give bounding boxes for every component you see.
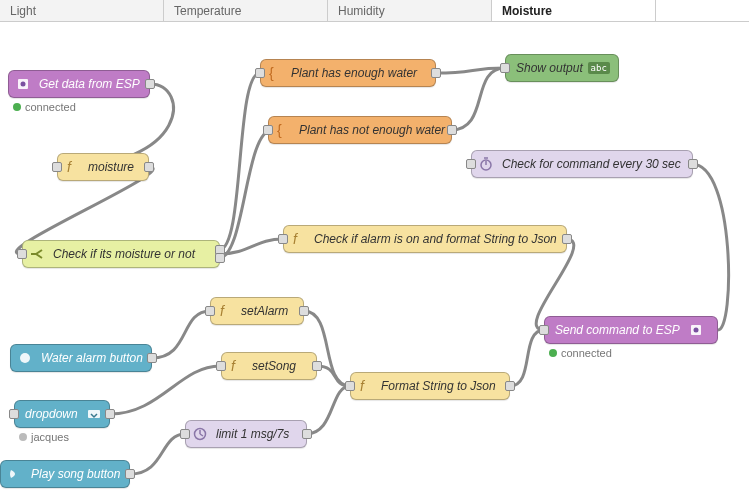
- chip-icon: [13, 74, 33, 94]
- node-check-alarm-format-json[interactable]: f Check if alarm is on and format String…: [283, 225, 567, 253]
- node-label: Check if alarm is on and format String t…: [314, 232, 557, 246]
- svg-text:{: {: [269, 65, 274, 81]
- svg-point-7: [20, 353, 30, 363]
- output-port[interactable]: [299, 306, 309, 316]
- button-icon: [5, 464, 25, 484]
- svg-point-14: [693, 328, 698, 333]
- node-label: setAlarm: [241, 304, 288, 318]
- node-label: dropdown: [25, 407, 78, 421]
- output-port[interactable]: [144, 162, 154, 172]
- node-label: Get data from ESP: [39, 77, 140, 91]
- svg-text:f: f: [220, 303, 226, 319]
- node-show-output[interactable]: Show output abc: [505, 54, 619, 82]
- dropdown-icon: [84, 404, 104, 424]
- node-label: Check if its moisture or not: [53, 247, 195, 261]
- function-icon: f: [355, 376, 375, 396]
- svg-text:f: f: [67, 159, 73, 175]
- node-get-data-from-esp[interactable]: Get data from ESP connected: [8, 70, 150, 98]
- output-port[interactable]: [302, 429, 312, 439]
- input-port[interactable]: [466, 159, 476, 169]
- timer-icon: [476, 154, 496, 174]
- output-port[interactable]: [562, 234, 572, 244]
- output-port[interactable]: [125, 469, 135, 479]
- timer-icon: [190, 424, 210, 444]
- chip-icon: [686, 320, 706, 340]
- node-label: Plant has not enough water: [299, 123, 445, 137]
- input-port[interactable]: [345, 381, 355, 391]
- abc-badge: abc: [588, 62, 610, 74]
- node-check-moisture[interactable]: Check if its moisture or not: [22, 240, 220, 268]
- debug-icon: abc: [589, 58, 609, 78]
- input-port[interactable]: [180, 429, 190, 439]
- output-port[interactable]: [505, 381, 515, 391]
- node-label: limit 1 msg/7s: [216, 427, 289, 441]
- svg-text:f: f: [360, 378, 366, 394]
- function-icon: f: [288, 229, 308, 249]
- output-port[interactable]: [147, 353, 157, 363]
- tab-moisture[interactable]: Moisture: [492, 0, 656, 21]
- output-port[interactable]: [145, 79, 155, 89]
- node-limit-1-msg-7s[interactable]: limit 1 msg/7s: [185, 420, 307, 448]
- output-port[interactable]: [447, 125, 457, 135]
- node-label: Show output: [516, 61, 583, 75]
- input-port[interactable]: [9, 409, 19, 419]
- input-port[interactable]: [255, 68, 265, 78]
- input-port[interactable]: [17, 249, 27, 259]
- node-moisture[interactable]: f moisture: [57, 153, 149, 181]
- tab-humidity[interactable]: Humidity: [328, 0, 492, 21]
- node-status: jacques: [19, 431, 69, 443]
- output-port-2[interactable]: [215, 253, 225, 263]
- switch-icon: [27, 244, 47, 264]
- node-label: Format String to Json: [381, 379, 496, 393]
- svg-text:{: {: [277, 122, 282, 138]
- output-port[interactable]: [688, 159, 698, 169]
- status-dot-icon: [13, 103, 21, 111]
- input-port[interactable]: [263, 125, 273, 135]
- status-text: connected: [561, 347, 612, 359]
- node-check-command-30s[interactable]: Check for command every 30 sec: [471, 150, 693, 178]
- function-icon: f: [215, 301, 235, 321]
- input-port[interactable]: [539, 325, 549, 335]
- input-port[interactable]: [205, 306, 215, 316]
- node-label: moisture: [88, 160, 134, 174]
- node-label: Water alarm button: [41, 351, 143, 365]
- node-format-string-to-json[interactable]: f Format String to Json: [350, 372, 510, 400]
- input-port[interactable]: [500, 63, 510, 73]
- svg-text:f: f: [293, 231, 299, 247]
- node-label: setSong: [252, 359, 296, 373]
- function-icon: f: [226, 356, 246, 376]
- template-icon: {: [273, 120, 293, 140]
- status-dot-icon: [19, 433, 27, 441]
- template-icon: {: [265, 63, 285, 83]
- svg-point-1: [21, 82, 26, 87]
- node-label: Check for command every 30 sec: [502, 157, 681, 171]
- input-port[interactable]: [278, 234, 288, 244]
- node-status: connected: [13, 101, 76, 113]
- status-text: connected: [25, 101, 76, 113]
- node-dropdown[interactable]: dropdown jacques: [14, 400, 110, 428]
- tab-light[interactable]: Light: [0, 0, 164, 21]
- node-label: Send command to ESP: [555, 323, 680, 337]
- node-label: Play song button: [31, 467, 120, 481]
- node-label: Plant has enough water: [291, 66, 417, 80]
- input-port[interactable]: [52, 162, 62, 172]
- node-set-song[interactable]: f setSong: [221, 352, 317, 380]
- tab-temperature[interactable]: Temperature: [164, 0, 328, 21]
- node-send-command-to-esp[interactable]: Send command to ESP connected: [544, 316, 718, 344]
- function-icon: f: [62, 157, 82, 177]
- node-plant-enough-water[interactable]: { Plant has enough water: [260, 59, 436, 87]
- button-icon: [15, 348, 35, 368]
- node-play-song-button[interactable]: Play song button: [0, 460, 130, 488]
- node-set-alarm[interactable]: f setAlarm: [210, 297, 304, 325]
- output-port[interactable]: [312, 361, 322, 371]
- node-plant-not-enough-water[interactable]: { Plant has not enough water: [268, 116, 452, 144]
- output-port[interactable]: [105, 409, 115, 419]
- output-port[interactable]: [431, 68, 441, 78]
- flow-canvas[interactable]: Get data from ESP connected f moisture C…: [0, 22, 749, 501]
- status-text: jacques: [31, 431, 69, 443]
- node-water-alarm-button[interactable]: Water alarm button: [10, 344, 152, 372]
- flow-tabs: Light Temperature Humidity Moisture: [0, 0, 749, 22]
- input-port[interactable]: [216, 361, 226, 371]
- tab-add[interactable]: [656, 0, 749, 21]
- svg-text:f: f: [231, 358, 237, 374]
